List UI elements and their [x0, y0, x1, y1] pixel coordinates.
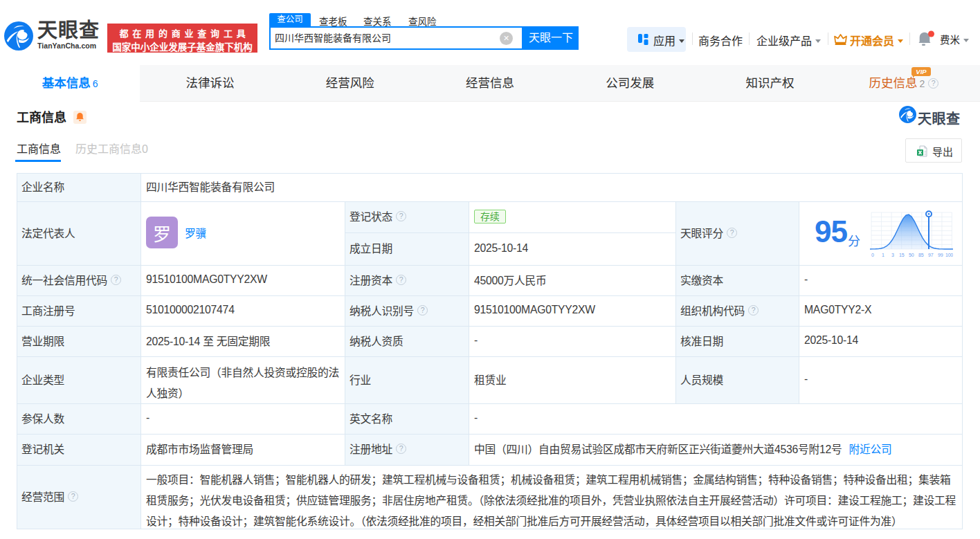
svg-text:1: 1 [882, 253, 884, 257]
svg-text:3: 3 [891, 253, 894, 257]
svg-text:0: 0 [871, 253, 874, 257]
svg-text:97: 97 [928, 253, 934, 257]
svg-text:50: 50 [909, 253, 914, 257]
svg-text:15: 15 [899, 253, 905, 257]
svg-text:100: 100 [945, 253, 953, 257]
svg-text:85: 85 [918, 253, 924, 257]
svg-text:99: 99 [938, 253, 943, 257]
